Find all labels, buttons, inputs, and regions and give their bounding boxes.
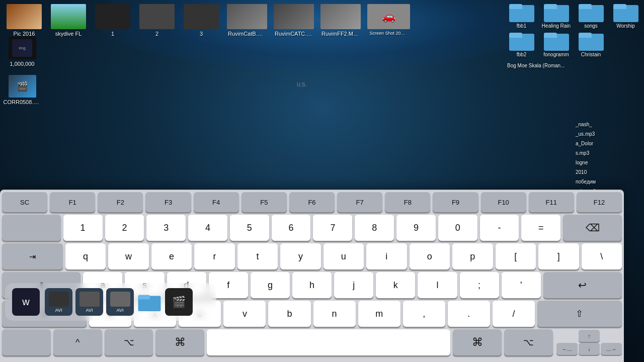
key-f3[interactable]: F3 [145, 192, 191, 212]
key-q[interactable]: q [65, 243, 106, 269]
folder-christain[interactable]: Christain [575, 31, 607, 57]
key-i[interactable]: i [366, 243, 407, 269]
key-9[interactable]: 9 [396, 215, 436, 241]
folder-label-christain: Christain [581, 52, 601, 57]
key-ctrl[interactable]: ^ [53, 329, 102, 355]
key-comma[interactable]: , [403, 301, 445, 327]
dock-item-avi3[interactable]: AVI [106, 288, 134, 316]
key-1[interactable]: 1 [63, 215, 103, 241]
folder-shape-fbb2 [509, 31, 534, 51]
key-v[interactable]: v [223, 301, 266, 327]
key-7[interactable]: 7 [313, 215, 352, 241]
folder-worship[interactable]: Worship [609, 2, 642, 29]
desktop-icon-corr[interactable]: 🎬 CORR0508.MP4 [2, 73, 42, 107]
key-5[interactable]: 5 [230, 215, 269, 241]
key-equals[interactable]: = [521, 215, 560, 241]
key-e[interactable]: e [151, 243, 192, 269]
folder-fbb2[interactable]: fbb2 [505, 31, 538, 57]
key-w[interactable]: w [108, 243, 148, 269]
key-f2[interactable]: F2 [98, 192, 143, 212]
desktop-icon-ruv3[interactable]: RuvimFF2.MP4 [319, 2, 362, 39]
icon-thumb-screenshot: 🚗 [367, 4, 410, 29]
desktop-icon-1[interactable]: 1 [93, 2, 133, 39]
dock-item-video[interactable]: 🎬 [165, 288, 193, 316]
key-f11[interactable]: F11 [529, 192, 574, 212]
key-arrow-up-dots[interactable]: ↑ [579, 330, 600, 342]
desktop-icon-3[interactable]: 3 [181, 2, 221, 39]
dock-thumb-video: 🎬 [165, 288, 193, 316]
key-4[interactable]: 4 [188, 215, 227, 241]
key-f7[interactable]: F7 [337, 192, 382, 212]
key-l[interactable]: l [418, 272, 457, 298]
key-t[interactable]: t [237, 243, 278, 269]
key-esc[interactable]: SC [2, 192, 47, 212]
desktop-icon-million[interactable]: img 1,000,000 [2, 35, 42, 69]
desktop-icon-skydive[interactable]: skydive FL [48, 2, 89, 39]
key-6[interactable]: 6 [272, 215, 311, 241]
dock-item-avi2[interactable]: AVI [75, 288, 103, 316]
dock-thumb-avi3: AVI [106, 288, 134, 316]
key-space[interactable] [207, 329, 450, 355]
key-o[interactable]: o [410, 243, 450, 269]
icon-thumb-corr: 🎬 [9, 75, 36, 98]
folder-healing-rain[interactable]: Healing Rain [540, 2, 573, 29]
key-b[interactable]: b [268, 301, 310, 327]
key-3[interactable]: 3 [146, 215, 186, 241]
key-ralt[interactable]: ⌥ [504, 329, 553, 355]
key-h[interactable]: h [292, 272, 332, 298]
key-f5[interactable]: F5 [242, 192, 287, 212]
key-rcmd[interactable]: ⌘ [453, 329, 502, 355]
key-f4[interactable]: F4 [194, 192, 239, 212]
key-semicolon[interactable]: ; [460, 272, 499, 298]
key-rbracket[interactable]: ] [538, 243, 579, 269]
key-f9[interactable]: F9 [433, 192, 478, 212]
folder-fbb1[interactable]: fbb1 [505, 2, 538, 29]
key-lbracket[interactable]: [ [496, 243, 536, 269]
key-2[interactable]: 2 [105, 215, 144, 241]
icon-label-million: 1,000,000 [10, 61, 35, 67]
key-m[interactable]: m [358, 301, 400, 327]
dock-item-w[interactable]: w [12, 288, 40, 316]
desktop-icon-ruv2[interactable]: RuvimCATC.MP4 [272, 2, 315, 39]
key-p[interactable]: p [452, 243, 493, 269]
key-rshift[interactable]: ⇧ [537, 301, 622, 327]
key-8[interactable]: 8 [355, 215, 394, 241]
key-n[interactable]: n [313, 301, 356, 327]
key-r[interactable]: r [194, 243, 234, 269]
key-lalt[interactable]: ⌥ [105, 329, 153, 355]
key-backspace[interactable]: ⌫ [563, 215, 622, 241]
key-arrow-left-dots[interactable]: ←… [556, 343, 578, 355]
key-u[interactable]: u [324, 243, 364, 269]
key-minus[interactable]: - [480, 215, 519, 241]
key-quote[interactable]: ' [502, 272, 541, 298]
key-arrow-right-dots[interactable]: …→ [601, 343, 622, 355]
folder-fonogramm[interactable]: fonogramm [540, 31, 573, 57]
key-fn[interactable] [2, 329, 51, 355]
desktop-icon-2[interactable]: 2 [137, 2, 177, 39]
key-k[interactable]: k [376, 272, 415, 298]
right-folder-row1: fbb1 Healing Rain songs Worship [505, 2, 642, 29]
key-backslash[interactable]: \ [582, 243, 622, 269]
key-f6[interactable]: F6 [289, 192, 335, 212]
key-f8[interactable]: F8 [385, 192, 430, 212]
dock-item-avi1[interactable]: AVI [45, 288, 72, 316]
desktop-icon-ruv1[interactable]: RuvimCatB.MP4 [225, 2, 268, 39]
dock-item-folder[interactable] [137, 292, 162, 312]
key-y[interactable]: y [280, 243, 320, 269]
key-arrow-down[interactable]: ↓ [579, 343, 600, 355]
key-f10[interactable]: F10 [481, 192, 526, 212]
key-j[interactable]: j [334, 272, 373, 298]
folder-songs[interactable]: songs [575, 2, 607, 29]
key-lcmd[interactable]: ⌘ [155, 329, 204, 355]
key-f12[interactable]: F12 [577, 192, 622, 212]
key-period[interactable]: . [448, 301, 490, 327]
key-tab[interactable]: ⇥ [2, 243, 63, 269]
key-return[interactable]: ↩ [543, 272, 622, 298]
desktop-icon-screenshot[interactable]: 🚗 Screen Shot 2017-05-...4.50 PM [366, 2, 411, 38]
key-g[interactable]: g [251, 272, 290, 298]
key-tilde[interactable] [2, 215, 61, 241]
key-slash[interactable]: / [493, 301, 535, 327]
key-f1[interactable]: F1 [50, 192, 95, 212]
key-0[interactable]: 0 [438, 215, 477, 241]
dock-label-avi2: AVI [86, 308, 93, 313]
